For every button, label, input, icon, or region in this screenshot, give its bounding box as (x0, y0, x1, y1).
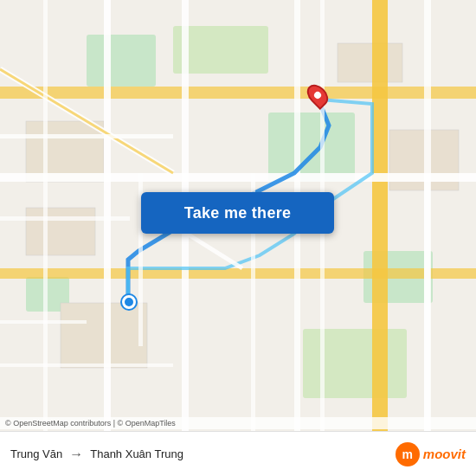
svg-rect-13 (0, 87, 476, 99)
moovit-logo: m moovit (396, 442, 466, 466)
svg-rect-22 (0, 134, 173, 138)
moovit-icon: m (396, 442, 420, 466)
svg-rect-24 (43, 0, 48, 433)
svg-rect-5 (303, 329, 407, 398)
moovit-text: moovit (423, 447, 466, 461)
origin-marker (122, 295, 136, 309)
attribution-text: © OpenStreetMap contributors | © OpenMap… (5, 419, 176, 428)
take-me-there-button[interactable]: Take me there (141, 192, 334, 234)
svg-rect-14 (0, 173, 476, 182)
svg-rect-29 (0, 320, 87, 324)
svg-rect-10 (338, 43, 402, 82)
svg-rect-12 (372, 0, 388, 433)
bottom-bar: Trung Văn → Thanh Xuân Trung m moovit (0, 431, 476, 476)
route-info: Trung Văn → Thanh Xuân Trung (10, 447, 183, 462)
route-from: Trung Văn (10, 447, 62, 460)
destination-marker (309, 83, 326, 107)
svg-rect-30 (0, 363, 173, 367)
route-to: Thanh Xuân Trung (90, 447, 183, 460)
svg-rect-31 (424, 173, 430, 433)
svg-rect-15 (0, 268, 476, 279)
map-container: Nhà văn hóaThanh Xuân Nghĩa trangQuân Đe… (0, 0, 476, 476)
svg-rect-1 (87, 35, 156, 87)
svg-rect-3 (268, 113, 355, 182)
svg-rect-8 (26, 208, 95, 255)
route-arrow: → (69, 447, 83, 462)
svg-rect-23 (0, 216, 130, 221)
attribution: © OpenStreetMap contributors | © OpenMap… (0, 417, 476, 429)
svg-rect-7 (26, 121, 104, 182)
